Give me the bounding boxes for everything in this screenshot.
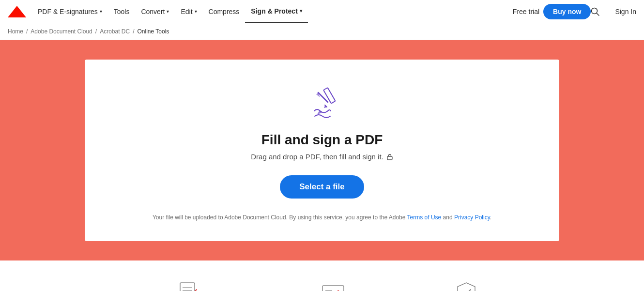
search-icon[interactable] xyxy=(591,7,599,16)
privacy-policy-link[interactable]: Privacy Policy xyxy=(454,214,490,221)
terms-of-use-link[interactable]: Terms of Use xyxy=(407,214,442,221)
breadcrumb-home[interactable]: Home xyxy=(8,28,23,35)
fill-sign-icon xyxy=(303,84,341,123)
breadcrumb-document-cloud[interactable]: Adobe Document Cloud xyxy=(31,28,92,35)
svg-marker-0 xyxy=(8,6,26,17)
svg-rect-3 xyxy=(323,88,336,104)
fill-sign-forms-icon xyxy=(176,280,201,291)
chevron-down-icon: ▾ xyxy=(167,9,169,14)
feature-sign-pdfs: Easily sign PDFs online xyxy=(425,280,507,291)
nav-free-trial[interactable]: Free trial xyxy=(513,8,539,15)
feature-add-signature: The fast way to add a PDF signature xyxy=(280,280,386,291)
select-file-button[interactable]: Select a file xyxy=(280,175,364,199)
chevron-down-icon: ▾ xyxy=(100,9,102,14)
breadcrumb-current: Online Tools xyxy=(138,28,169,35)
main-nav: PDF & E-signatures ▾ Tools Convert ▾ Edi… xyxy=(0,0,644,23)
nav-convert[interactable]: Convert ▾ xyxy=(135,0,175,23)
upload-card: Fill and sign a PDF Drag and drop a PDF,… xyxy=(85,60,559,241)
svg-rect-17 xyxy=(322,286,344,291)
svg-rect-9 xyxy=(387,156,392,160)
nav-tools[interactable]: Tools xyxy=(108,0,136,23)
hero-area: Fill and sign a PDF Drag and drop a PDF,… xyxy=(0,40,644,260)
nav-buy-now[interactable]: Buy now xyxy=(543,4,591,19)
features-section: Fill and sign PDF forms online The fast … xyxy=(0,260,644,291)
nav-compress[interactable]: Compress xyxy=(203,0,245,23)
svg-line-5 xyxy=(318,92,328,102)
nav-pdf-esignatures[interactable]: PDF & E-signatures ▾ xyxy=(32,0,108,23)
breadcrumb: Home / Adobe Document Cloud / Acrobat DC… xyxy=(0,23,644,40)
adobe-logo[interactable] xyxy=(8,6,26,17)
card-legal-text: Your file will be uploaded to Adobe Docu… xyxy=(153,213,491,222)
svg-line-2 xyxy=(597,13,599,15)
chevron-down-icon: ▾ xyxy=(195,9,197,14)
card-title: Fill and sign a PDF xyxy=(261,132,383,148)
card-subtitle: Drag and drop a PDF, then fill and sign … xyxy=(251,153,393,161)
breadcrumb-acrobat-dc[interactable]: Acrobat DC xyxy=(100,28,130,35)
nav-edit[interactable]: Edit ▾ xyxy=(175,0,202,23)
sign-pdfs-icon xyxy=(454,280,479,291)
nav-sign-protect[interactable]: Sign & Protect ▾ xyxy=(245,0,307,23)
svg-rect-10 xyxy=(180,283,195,291)
nav-sign-in[interactable]: Sign In xyxy=(615,8,636,15)
feature-fill-sign: Fill and sign PDF forms online xyxy=(137,280,241,291)
add-signature-icon xyxy=(321,280,346,291)
lock-icon xyxy=(386,153,393,160)
chevron-down-icon: ▾ xyxy=(300,8,302,14)
